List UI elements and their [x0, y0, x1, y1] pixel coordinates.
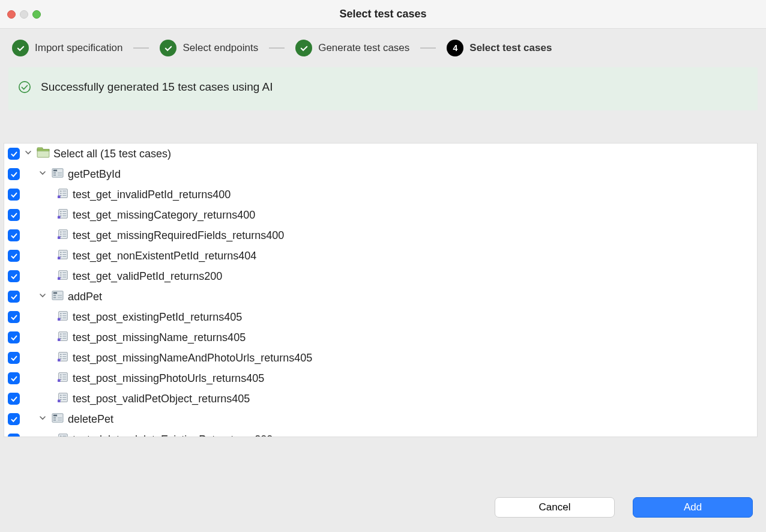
svg-rect-38 [62, 252, 66, 252]
test-checkbox[interactable] [8, 393, 20, 405]
test-icon [57, 392, 69, 406]
chevron-down-icon[interactable] [38, 291, 47, 303]
step-import-specification: Import specification [12, 40, 122, 56]
svg-rect-98 [53, 417, 56, 419]
test-checkbox[interactable] [8, 311, 20, 323]
test-checkbox[interactable] [8, 250, 20, 262]
svg-point-28 [60, 233, 61, 234]
tree-test-label: test_get_missingRequiredFields_returns40… [73, 229, 284, 242]
group-checkbox[interactable] [8, 413, 20, 425]
banner-message: Successfully generated 15 test cases usi… [41, 80, 273, 94]
svg-rect-32 [62, 235, 66, 236]
svg-point-29 [60, 235, 61, 237]
test-checkbox[interactable] [8, 270, 20, 282]
tree-test-row[interactable]: test_post_missingName_returns405 [4, 327, 757, 348]
step-select-test-cases: 4 Select test cases [447, 40, 552, 56]
tree-group-row[interactable]: addPet [4, 286, 757, 307]
svg-rect-106 [62, 435, 66, 436]
svg-rect-24 [62, 215, 66, 216]
step-label: Select test cases [469, 42, 552, 54]
success-banner: Successfully generated 15 test cases usi… [8, 67, 758, 110]
test-checkbox[interactable] [8, 372, 20, 384]
chevron-down-icon[interactable] [38, 168, 47, 181]
tree-test-row[interactable]: test_get_missingCategory_returns400 [4, 205, 757, 225]
svg-rect-99 [53, 419, 56, 420]
add-button[interactable]: Add [633, 497, 753, 518]
svg-rect-30 [62, 231, 66, 232]
tree-test-row[interactable]: test_get_invalidPetId_returns400 [4, 184, 757, 205]
svg-rect-33 [58, 236, 61, 239]
tree-group-row[interactable]: deletePet [4, 409, 757, 429]
tree-test-row[interactable]: test_get_nonExistentPetId_returns404 [4, 246, 757, 266]
test-checkbox[interactable] [8, 352, 20, 364]
tree-test-row[interactable]: test_post_validPetObject_returns405 [4, 388, 757, 409]
svg-rect-92 [62, 394, 66, 395]
test-checkbox[interactable] [8, 229, 20, 241]
svg-point-35 [60, 252, 61, 253]
folder-icon [37, 147, 50, 161]
svg-rect-47 [62, 274, 66, 275]
test-checkbox[interactable] [8, 434, 20, 437]
svg-rect-71 [58, 338, 61, 341]
svg-point-11 [60, 190, 61, 192]
svg-rect-61 [62, 315, 66, 316]
test-checkbox[interactable] [8, 209, 20, 221]
svg-rect-39 [62, 254, 66, 255]
svg-rect-79 [58, 358, 61, 361]
svg-rect-84 [62, 374, 66, 375]
svg-rect-70 [62, 337, 66, 338]
svg-point-66 [60, 335, 61, 336]
tree-root-label: Select all (15 test cases) [53, 148, 171, 160]
svg-rect-85 [62, 376, 66, 377]
svg-point-83 [60, 378, 61, 379]
tree-root-row[interactable]: Select all (15 test cases) [4, 144, 757, 164]
tree-test-row[interactable]: test_post_missingPhotoUrls_returns405 [4, 368, 757, 388]
tree-test-row[interactable]: test_get_missingRequiredFields_returns40… [4, 225, 757, 246]
svg-rect-87 [58, 379, 61, 382]
svg-point-65 [60, 333, 61, 334]
tree-test-label: test_post_existingPetId_returns405 [73, 311, 242, 324]
step-label: Import specification [35, 42, 122, 54]
tree-group-label: addPet [68, 291, 102, 303]
tree-test-row[interactable]: test_post_existingPetId_returns405 [4, 307, 757, 327]
svg-rect-54 [58, 295, 62, 296]
step-label: Select endpoints [182, 42, 258, 54]
svg-rect-5 [53, 169, 57, 171]
svg-point-57 [60, 313, 61, 314]
svg-rect-15 [62, 193, 66, 193]
group-checkbox[interactable] [8, 291, 20, 303]
svg-point-67 [60, 337, 61, 339]
select-all-checkbox[interactable] [8, 148, 20, 160]
test-icon [57, 310, 69, 324]
cancel-button[interactable]: Cancel [495, 497, 615, 518]
svg-rect-97 [53, 414, 57, 416]
window-title: Select test cases [0, 8, 766, 20]
tree-test-row[interactable]: test_get_validPetId_returns200 [4, 266, 757, 286]
endpoint-icon [51, 413, 64, 426]
svg-point-43 [60, 272, 61, 273]
group-checkbox[interactable] [8, 168, 20, 180]
svg-rect-46 [62, 272, 66, 273]
svg-point-59 [60, 317, 61, 318]
test-checkbox[interactable] [8, 189, 20, 201]
test-icon [57, 188, 69, 202]
svg-rect-101 [58, 419, 62, 420]
step-separator [133, 47, 149, 49]
chevron-down-icon[interactable] [38, 413, 47, 426]
test-case-tree: Select all (15 test cases)getPetByIdtest… [4, 143, 758, 437]
svg-rect-68 [62, 333, 66, 334]
svg-rect-7 [53, 174, 56, 175]
step-separator [269, 47, 285, 49]
step-check-icon [295, 40, 312, 56]
tree-group-row[interactable]: getPetById [4, 164, 757, 184]
test-checkbox[interactable] [8, 331, 20, 343]
tree-test-label: test_post_missingNameAndPhotoUrls_return… [73, 352, 312, 364]
tree-test-row[interactable]: test_post_missingNameAndPhotoUrls_return… [4, 348, 757, 368]
svg-point-82 [60, 376, 61, 377]
tree-test-row[interactable]: test_delete_deleteExistingPet_returns200 [4, 429, 757, 437]
svg-rect-86 [62, 378, 66, 379]
chevron-down-icon[interactable] [23, 148, 33, 160]
svg-point-73 [60, 354, 61, 355]
step-check-icon [160, 40, 176, 56]
step-number-badge: 4 [447, 40, 463, 56]
